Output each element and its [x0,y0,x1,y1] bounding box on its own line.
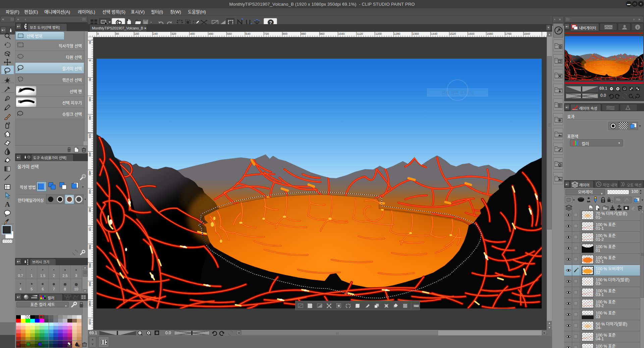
svg-text:i: i [637,25,638,29]
svg-text:A: A [5,200,10,208]
